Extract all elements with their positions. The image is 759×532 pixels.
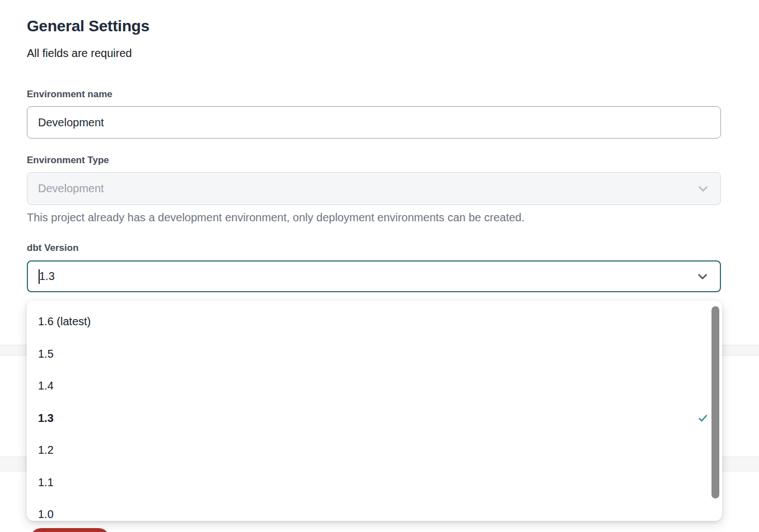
dbt-version-value: 1.3 [39, 270, 55, 283]
check-icon [698, 413, 708, 424]
dbt-version-dropdown: 1.6 (latest) 1.5 1.4 1.3 1.2 1.1 1.0 [27, 301, 722, 521]
dbt-version-combobox[interactable]: 1.3 [27, 260, 721, 292]
dropdown-option[interactable]: 1.5 [27, 338, 722, 370]
dropdown-option-label: 1.2 [38, 444, 54, 457]
dropdown-option-label: 1.6 (latest) [38, 315, 91, 328]
dropdown-option[interactable]: 1.4 [27, 370, 722, 402]
chevron-down-icon [696, 182, 710, 196]
dropdown-option-label: 1.4 [38, 379, 54, 392]
environment-name-input[interactable] [27, 106, 721, 139]
dropdown-option[interactable]: 1.3 [27, 402, 722, 435]
dropdown-option-label: 1.0 [38, 508, 54, 521]
dropdown-option[interactable]: 1.2 [27, 434, 722, 467]
dropdown-option-label: 1.3 [38, 412, 54, 425]
environment-type-label: Environment Type [27, 155, 109, 166]
dropdown-scrollbar-thumb[interactable] [711, 306, 719, 498]
page-subtitle: All fields are required [27, 47, 132, 60]
dropdown-option[interactable]: 1.1 [27, 467, 722, 499]
delete-button[interactable] [30, 528, 110, 532]
dropdown-option[interactable]: 1.6 (latest) [27, 306, 722, 338]
dropdown-list: 1.6 (latest) 1.5 1.4 1.3 1.2 1.1 1.0 [27, 306, 722, 521]
environment-type-helper-text: This project already has a development e… [27, 211, 525, 224]
chevron-down-icon[interactable] [695, 269, 710, 284]
settings-page: General Settings All fields are required… [0, 0, 759, 532]
environment-name-label: Environment name [27, 89, 112, 100]
dropdown-option-label: 1.1 [38, 476, 54, 489]
environment-type-value: Development [38, 182, 104, 195]
page-title: General Settings [27, 17, 149, 35]
environment-type-select: Development [27, 172, 721, 205]
dropdown-option[interactable]: 1.0 [27, 498, 722, 521]
dbt-version-label: dbt Version [27, 243, 79, 254]
dropdown-option-label: 1.5 [38, 348, 54, 360]
